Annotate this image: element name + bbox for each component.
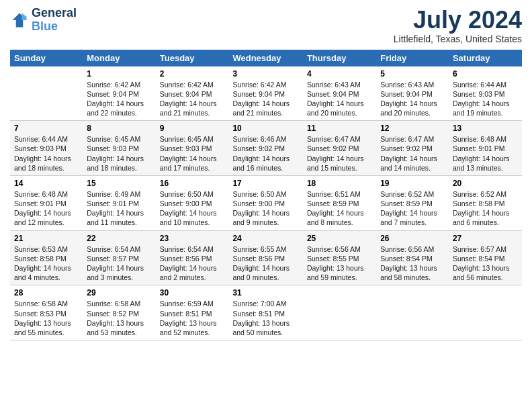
day-number: 9	[160, 124, 225, 133]
day-number: 25	[307, 234, 372, 243]
day-info: Sunrise: 6:50 AM Sunset: 9:00 PM Dayligh…	[160, 189, 225, 228]
day-number: 5	[380, 69, 445, 79]
logo-line2: Blue	[32, 19, 58, 33]
calendar-cell: 10Sunrise: 6:46 AM Sunset: 9:02 PM Dayli…	[228, 121, 302, 176]
calendar-cell: 20Sunrise: 6:52 AM Sunset: 8:58 PM Dayli…	[449, 175, 522, 230]
calendar-cell: 24Sunrise: 6:55 AM Sunset: 8:56 PM Dayli…	[228, 230, 302, 285]
day-number: 22	[87, 234, 151, 243]
day-info: Sunrise: 6:50 AM Sunset: 9:00 PM Dayligh…	[232, 189, 298, 228]
day-info: Sunrise: 6:57 AM Sunset: 8:54 PM Dayligh…	[453, 244, 518, 283]
calendar-cell: 4Sunrise: 6:43 AM Sunset: 9:04 PM Daylig…	[303, 66, 376, 121]
logo-icon	[10, 11, 29, 30]
calendar-table: SundayMondayTuesdayWednesdayThursdayFrid…	[10, 50, 522, 340]
calendar-body: 1Sunrise: 6:42 AM Sunset: 9:04 PM Daylig…	[10, 66, 522, 340]
header-day-saturday: Saturday	[449, 50, 522, 66]
day-info: Sunrise: 7:00 AM Sunset: 8:51 PM Dayligh…	[232, 299, 298, 337]
day-number: 26	[380, 234, 445, 243]
day-number: 29	[87, 288, 151, 298]
header-day-sunday: Sunday	[10, 50, 83, 66]
day-info: Sunrise: 6:47 AM Sunset: 9:02 PM Dayligh…	[380, 134, 445, 173]
week-row-4: 21Sunrise: 6:53 AM Sunset: 8:58 PM Dayli…	[10, 230, 522, 285]
day-number: 23	[160, 234, 225, 243]
calendar-cell: 16Sunrise: 6:50 AM Sunset: 9:00 PM Dayli…	[156, 175, 229, 230]
calendar-cell: 8Sunrise: 6:45 AM Sunset: 9:03 PM Daylig…	[83, 121, 155, 176]
day-info: Sunrise: 6:42 AM Sunset: 9:04 PM Dayligh…	[160, 80, 225, 118]
day-info: Sunrise: 6:53 AM Sunset: 8:58 PM Dayligh…	[14, 244, 79, 283]
calendar-cell	[10, 66, 83, 121]
calendar-cell: 19Sunrise: 6:52 AM Sunset: 8:59 PM Dayli…	[376, 175, 449, 230]
day-number: 17	[232, 179, 298, 188]
day-info: Sunrise: 6:44 AM Sunset: 9:03 PM Dayligh…	[453, 80, 518, 118]
day-info: Sunrise: 6:52 AM Sunset: 8:59 PM Dayligh…	[380, 189, 445, 228]
day-info: Sunrise: 6:49 AM Sunset: 9:01 PM Dayligh…	[87, 189, 151, 228]
day-info: Sunrise: 6:58 AM Sunset: 8:52 PM Dayligh…	[87, 299, 151, 337]
day-info: Sunrise: 6:42 AM Sunset: 9:04 PM Dayligh…	[87, 80, 151, 118]
day-number: 19	[380, 179, 445, 188]
day-number: 14	[14, 179, 79, 188]
calendar-cell: 2Sunrise: 6:42 AM Sunset: 9:04 PM Daylig…	[156, 66, 229, 121]
day-number: 30	[160, 288, 225, 298]
day-info: Sunrise: 6:51 AM Sunset: 8:59 PM Dayligh…	[307, 189, 372, 228]
day-number: 31	[232, 288, 298, 298]
calendar-cell: 15Sunrise: 6:49 AM Sunset: 9:01 PM Dayli…	[83, 175, 155, 230]
day-info: Sunrise: 6:59 AM Sunset: 8:51 PM Dayligh…	[160, 299, 225, 337]
calendar-cell: 1Sunrise: 6:42 AM Sunset: 9:04 PM Daylig…	[83, 66, 155, 121]
day-info: Sunrise: 6:58 AM Sunset: 8:53 PM Dayligh…	[14, 299, 79, 337]
header-day-tuesday: Tuesday	[156, 50, 229, 66]
calendar-cell: 27Sunrise: 6:57 AM Sunset: 8:54 PM Dayli…	[449, 230, 522, 285]
day-number: 12	[380, 124, 445, 133]
month-title: July 2024	[394, 7, 522, 34]
calendar-cell	[449, 285, 522, 340]
calendar-cell: 14Sunrise: 6:48 AM Sunset: 9:01 PM Dayli…	[10, 175, 83, 230]
calendar-cell: 13Sunrise: 6:48 AM Sunset: 9:01 PM Dayli…	[449, 121, 522, 176]
day-info: Sunrise: 6:52 AM Sunset: 8:58 PM Dayligh…	[453, 189, 518, 228]
calendar-cell: 28Sunrise: 6:58 AM Sunset: 8:53 PM Dayli…	[10, 285, 83, 340]
day-info: Sunrise: 6:48 AM Sunset: 9:01 PM Dayligh…	[453, 134, 518, 173]
logo-text: General Blue	[32, 7, 77, 34]
calendar-cell: 6Sunrise: 6:44 AM Sunset: 9:03 PM Daylig…	[449, 66, 522, 121]
calendar-cell: 7Sunrise: 6:44 AM Sunset: 9:03 PM Daylig…	[10, 121, 83, 176]
calendar-cell: 17Sunrise: 6:50 AM Sunset: 9:00 PM Dayli…	[228, 175, 302, 230]
week-row-3: 14Sunrise: 6:48 AM Sunset: 9:01 PM Dayli…	[10, 175, 522, 230]
svg-marker-1	[22, 13, 27, 20]
calendar-header: SundayMondayTuesdayWednesdayThursdayFrid…	[10, 50, 522, 66]
logo: General Blue	[10, 7, 77, 34]
day-number: 13	[453, 124, 518, 133]
day-number: 27	[453, 234, 518, 243]
day-info: Sunrise: 6:45 AM Sunset: 9:03 PM Dayligh…	[87, 134, 151, 173]
day-number: 1	[87, 69, 151, 79]
day-number: 11	[307, 124, 372, 133]
calendar-cell: 12Sunrise: 6:47 AM Sunset: 9:02 PM Dayli…	[376, 121, 449, 176]
day-info: Sunrise: 6:43 AM Sunset: 9:04 PM Dayligh…	[307, 80, 372, 118]
calendar-cell: 22Sunrise: 6:54 AM Sunset: 8:57 PM Dayli…	[83, 230, 155, 285]
day-number: 24	[232, 234, 298, 243]
header-day-monday: Monday	[83, 50, 155, 66]
week-row-5: 28Sunrise: 6:58 AM Sunset: 8:53 PM Dayli…	[10, 285, 522, 340]
calendar-cell: 23Sunrise: 6:54 AM Sunset: 8:56 PM Dayli…	[156, 230, 229, 285]
day-info: Sunrise: 6:55 AM Sunset: 8:56 PM Dayligh…	[232, 244, 298, 283]
day-number: 18	[307, 179, 372, 188]
day-number: 15	[87, 179, 151, 188]
day-number: 4	[307, 69, 372, 79]
header-day-thursday: Thursday	[303, 50, 376, 66]
day-number: 6	[453, 69, 518, 79]
day-number: 28	[14, 288, 79, 298]
day-number: 3	[232, 69, 298, 79]
logo-line1: General	[32, 7, 77, 20]
day-number: 21	[14, 234, 79, 243]
calendar-cell: 18Sunrise: 6:51 AM Sunset: 8:59 PM Dayli…	[303, 175, 376, 230]
calendar-cell: 25Sunrise: 6:56 AM Sunset: 8:55 PM Dayli…	[303, 230, 376, 285]
day-info: Sunrise: 6:54 AM Sunset: 8:56 PM Dayligh…	[160, 244, 225, 283]
week-row-1: 1Sunrise: 6:42 AM Sunset: 9:04 PM Daylig…	[10, 66, 522, 121]
week-row-2: 7Sunrise: 6:44 AM Sunset: 9:03 PM Daylig…	[10, 121, 522, 176]
calendar-cell	[303, 285, 376, 340]
day-info: Sunrise: 6:44 AM Sunset: 9:03 PM Dayligh…	[14, 134, 79, 173]
calendar-cell: 21Sunrise: 6:53 AM Sunset: 8:58 PM Dayli…	[10, 230, 83, 285]
day-number: 8	[87, 124, 151, 133]
day-info: Sunrise: 6:48 AM Sunset: 9:01 PM Dayligh…	[14, 189, 79, 228]
location: Littlefield, Texas, United States	[394, 34, 522, 44]
day-number: 7	[14, 124, 79, 133]
page-header: General Blue July 2024 Littlefield, Texa…	[10, 7, 522, 44]
calendar-cell: 5Sunrise: 6:43 AM Sunset: 9:04 PM Daylig…	[376, 66, 449, 121]
day-info: Sunrise: 6:42 AM Sunset: 9:04 PM Dayligh…	[232, 80, 298, 118]
